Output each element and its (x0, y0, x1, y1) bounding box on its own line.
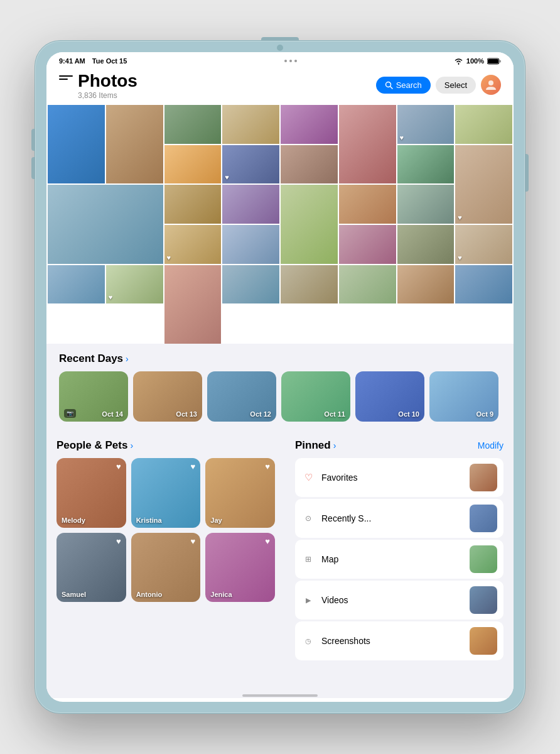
dot-2 (289, 60, 292, 62)
day-card-1[interactable]: Oct 13 (133, 371, 202, 422)
grid-photo[interactable] (281, 105, 338, 144)
pinned-item-map[interactable]: ⊞ Map (295, 540, 503, 579)
search-button[interactable]: Search (376, 77, 431, 94)
grid-photo[interactable] (222, 265, 279, 304)
svg-rect-2 (500, 60, 501, 62)
people-pets-arrow[interactable]: › (130, 440, 133, 451)
grid-photo[interactable] (164, 105, 222, 144)
battery-label: 100% (466, 57, 484, 65)
app-header: Photos 3,836 Items Search Select (46, 67, 514, 105)
svg-point-5 (488, 80, 493, 85)
modify-button[interactable]: Modify (478, 440, 503, 451)
heart-icon: ♥ (109, 293, 113, 301)
day-card-5[interactable]: Oct 9 (429, 371, 498, 422)
pinned-label-map: Map (321, 554, 463, 564)
person-card-samuel[interactable]: ♥ Samuel (57, 533, 126, 603)
person-card-melody[interactable]: ♥ Melody (57, 458, 126, 528)
status-time: 9:41 AM Tue Oct 15 (59, 57, 127, 65)
svg-rect-1 (488, 59, 498, 63)
grid-photo[interactable] (397, 265, 455, 304)
pinned-item-videos[interactable]: ▶ Videos (295, 581, 503, 620)
grid-photo[interactable] (339, 105, 396, 183)
person-card-antonio[interactable]: ♥ Antonio (131, 533, 201, 603)
grid-photo[interactable] (339, 225, 396, 264)
heart-icon: ♥ (225, 173, 229, 181)
avatar-icon (485, 79, 497, 91)
grid-photo[interactable] (164, 265, 222, 344)
day-card-4[interactable]: Oct 10 (355, 371, 424, 422)
bottom-sections: People & Pets › ♥ Melody ♥ Kris (46, 430, 514, 698)
wifi-icon (454, 58, 463, 65)
grid-photo[interactable] (397, 225, 455, 264)
dot-1 (284, 60, 287, 62)
grid-photo[interactable]: ♥ (397, 105, 455, 144)
days-scroll[interactable]: 📷 Oct 14 Oct 13 Oct 12 Oct 11 (59, 371, 501, 424)
grid-photo[interactable] (106, 105, 163, 183)
grid-photo[interactable] (339, 265, 396, 304)
pinned-arrow[interactable]: › (333, 440, 337, 451)
person-card-kristina[interactable]: ♥ Kristina (131, 458, 201, 528)
recently-thumbnail (470, 505, 497, 532)
grid-photo[interactable] (281, 145, 338, 184)
person-name-melody: Melody (62, 516, 85, 524)
heart-icon: ♥ (400, 134, 404, 141)
day-label-3: Oct 11 (324, 410, 345, 418)
grid-photo[interactable] (339, 185, 396, 224)
select-button[interactable]: Select (436, 77, 476, 94)
grid-photo[interactable]: ♥ (455, 225, 512, 264)
pinned-label-videos: Videos (321, 595, 463, 605)
bottom-inner: People & Pets › ♥ Melody ♥ Kris (57, 430, 503, 661)
photo-grid: ♥ ♥ ♥ (46, 105, 514, 344)
grid-photo[interactable] (397, 145, 455, 184)
ipad-screen: 9:41 AM Tue Oct 15 100% (46, 52, 514, 702)
grid-photo[interactable] (48, 185, 163, 263)
day-card-2[interactable]: Oct 12 (207, 371, 276, 422)
day-card-3[interactable]: Oct 11 (281, 371, 350, 422)
device-wrapper: 9:41 AM Tue Oct 15 100% (0, 0, 560, 754)
map-thumbnail (470, 545, 497, 573)
recent-days-section: Recent Days › 📷 Oct 14 Oct 13 Oct 12 (46, 344, 514, 430)
people-pets-column: People & Pets › ♥ Melody ♥ Kris (57, 430, 275, 661)
grid-photo[interactable] (222, 185, 279, 224)
grid-photo[interactable] (397, 185, 455, 224)
search-label: Search (396, 80, 422, 90)
grid-photo[interactable] (222, 105, 279, 144)
avatar-button[interactable] (481, 75, 501, 95)
grid-photo[interactable] (164, 185, 222, 224)
grid-photo[interactable]: ♥ (455, 145, 512, 224)
grid-photo[interactable]: ♥ (222, 145, 279, 184)
pinned-item-recently[interactable]: ⊙ Recently S... (295, 499, 503, 538)
grid-photo[interactable]: ♥ (106, 265, 163, 304)
sidebar-icon[interactable] (59, 75, 73, 87)
grid-photo[interactable] (222, 225, 279, 264)
person-name-kristina: Kristina (136, 516, 162, 524)
grid-photo[interactable] (455, 265, 512, 304)
date-label: Tue Oct 15 (92, 57, 127, 65)
grid-photo[interactable]: ♥ (164, 225, 222, 264)
grid-photo[interactable] (48, 105, 105, 183)
pinned-item-screenshots[interactable]: ◷ Screenshots (295, 621, 503, 660)
recent-days-arrow[interactable]: › (126, 354, 129, 364)
person-card-jay[interactable]: ♥ Jay (205, 458, 275, 528)
person-name-antonio: Antonio (136, 591, 163, 598)
people-pets-header: People & Pets › (57, 439, 275, 452)
battery-icon (487, 58, 501, 65)
photo-grid-section: ♥ ♥ ♥ (46, 105, 514, 344)
grid-photo[interactable] (281, 185, 338, 263)
grid-photo[interactable] (48, 265, 105, 304)
grid-photo[interactable] (281, 265, 338, 304)
day-label-5: Oct 9 (476, 410, 493, 418)
main-scroll-area[interactable]: ♥ ♥ ♥ (46, 105, 514, 698)
search-icon (385, 81, 393, 89)
day-label-4: Oct 10 (398, 410, 419, 418)
map-icon: ⊞ (301, 552, 315, 566)
grid-photo[interactable] (164, 145, 222, 184)
pinned-label-favorites: Favorites (321, 473, 463, 483)
grid-photo[interactable] (455, 105, 512, 144)
person-card-jenica[interactable]: ♥ Jenica (205, 533, 275, 603)
pinned-item-favorites[interactable]: ♡ Favorites (295, 458, 503, 497)
header-right: Search Select (376, 75, 501, 95)
power-button (525, 154, 529, 192)
recently-icon: ⊙ (301, 511, 315, 525)
day-card-0[interactable]: 📷 Oct 14 (59, 371, 128, 422)
